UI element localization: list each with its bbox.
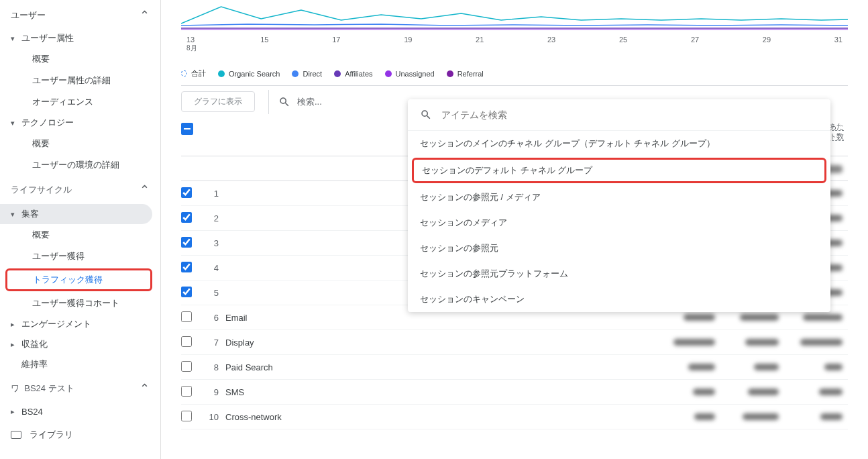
table-row: 7Display xyxy=(181,330,848,355)
cell-value xyxy=(784,338,848,347)
row-index: 1 xyxy=(208,189,225,199)
cell-value xyxy=(657,338,720,347)
row-checkbox[interactable] xyxy=(181,287,192,297)
table-row: 10Cross-network xyxy=(181,405,848,429)
x-tick: 27 xyxy=(691,36,699,53)
x-tick: 17 xyxy=(332,36,340,53)
sidebar-group-technology[interactable]: ▾テクノロジー xyxy=(0,113,160,133)
cell-value xyxy=(784,362,848,372)
row-index: 4 xyxy=(208,263,225,273)
x-tick: 21 xyxy=(476,36,484,53)
chart-legend: 合計Organic SearchDirectAffiliatesUnassign… xyxy=(161,62,868,85)
row-label[interactable]: SMS xyxy=(225,387,657,397)
sidebar-item-acq-overview[interactable]: 概要 xyxy=(0,224,152,246)
sidebar-group-user-attributes[interactable]: ▾ユーザー属性 xyxy=(0,28,160,48)
sidebar-item-tech-overview[interactable]: 概要 xyxy=(0,133,152,154)
main-content: 138月151719212325272931 合計Organic SearchD… xyxy=(161,0,868,459)
sidebar-item-user-cohort[interactable]: ユーザー獲得コホート xyxy=(0,293,152,314)
caret-down-icon: ▾ xyxy=(11,210,21,219)
line-chart: 138月151719212325272931 xyxy=(161,0,868,62)
dropdown-item[interactable]: セッションの参照元プラットフォーム xyxy=(408,261,830,287)
caret-right-icon: ▸ xyxy=(11,320,21,329)
dropdown-item[interactable]: セッションのメディア xyxy=(408,210,830,236)
caret-right-icon: ▸ xyxy=(11,407,21,416)
row-checkbox[interactable] xyxy=(181,212,192,223)
row-checkbox[interactable] xyxy=(181,311,192,322)
chevron-up-icon: ⌃ xyxy=(140,8,150,23)
chart-x-axis: 138月151719212325272931 xyxy=(181,36,848,53)
legend-item[interactable]: Organic Search xyxy=(218,70,280,78)
x-tick: 138月 xyxy=(186,36,197,53)
row-checkbox[interactable] xyxy=(181,386,192,397)
dropdown-search[interactable] xyxy=(408,99,830,131)
row-index: 7 xyxy=(208,338,225,348)
cell-value xyxy=(720,387,784,397)
sidebar-item-tech-detail[interactable]: ユーザーの環境の詳細 xyxy=(0,154,152,176)
dimension-dropdown: セッションのメインのチャネル グループ（デフォルト チャネル グループ）セッショ… xyxy=(408,99,830,312)
caret-right-icon: ▸ xyxy=(11,340,21,349)
sidebar-item-user-acquisition[interactable]: ユーザー獲得 xyxy=(0,246,152,267)
row-index: 6 xyxy=(208,313,225,323)
row-index: 3 xyxy=(208,238,225,248)
sidebar-group-monetization[interactable]: ▸収益化 xyxy=(0,334,160,354)
sidebar-group-acquisition[interactable]: ▾集客 xyxy=(0,204,152,224)
row-index: 9 xyxy=(208,387,225,397)
dropdown-item[interactable]: セッションのデフォルト チャネル グループ xyxy=(412,158,826,183)
plot-button[interactable]: グラフに表示 xyxy=(181,91,255,112)
row-index: 8 xyxy=(208,362,225,372)
row-label[interactable]: Display xyxy=(225,338,657,348)
chevron-up-icon: ⌃ xyxy=(140,381,150,396)
row-checkbox[interactable] xyxy=(181,237,192,248)
sidebar-item-overview[interactable]: 概要 xyxy=(0,48,152,70)
row-checkbox[interactable] xyxy=(181,361,192,372)
sidebar-item-audience[interactable]: オーディエンス xyxy=(0,91,152,113)
sidebar-section-lifecycle[interactable]: ライフサイクル⌃ xyxy=(0,176,160,204)
sidebar-section-user[interactable]: ユーザー⌃ xyxy=(0,3,160,28)
search-icon xyxy=(420,109,432,121)
sidebar-item-user-attr-detail[interactable]: ユーザー属性の詳細 xyxy=(0,70,152,91)
dropdown-item[interactable]: セッションのメインのチャネル グループ（デフォルト チャネル グループ） xyxy=(408,131,830,156)
cell-value xyxy=(784,412,848,421)
sidebar-group-engagement[interactable]: ▸エンゲージメント xyxy=(0,314,160,334)
dropdown-item[interactable]: セッションの参照元 xyxy=(408,236,830,261)
x-tick: 19 xyxy=(404,36,412,53)
sidebar-library[interactable]: ライブラリ xyxy=(0,421,160,449)
dropdown-search-input[interactable] xyxy=(441,109,818,120)
library-icon xyxy=(11,431,21,439)
legend-item[interactable]: Affiliates xyxy=(334,70,372,78)
legend-item[interactable]: Unassigned xyxy=(385,70,435,78)
checkbox-indeterminate[interactable] xyxy=(181,123,193,135)
dropdown-item[interactable]: セッションのキャンペーン xyxy=(408,287,830,312)
cell-value xyxy=(784,313,848,322)
sidebar-section-workspace[interactable]: ワ BS24 テスト⌃ xyxy=(0,374,160,403)
row-checkbox[interactable] xyxy=(181,336,192,347)
row-label[interactable]: Paid Search xyxy=(225,362,657,372)
legend-item[interactable]: 合計 xyxy=(181,68,206,79)
caret-down-icon: ▾ xyxy=(11,34,21,43)
legend-item[interactable]: Direct xyxy=(292,70,322,78)
sidebar-group-bs24[interactable]: ▸BS24 xyxy=(0,403,160,421)
row-index: 5 xyxy=(208,288,225,298)
row-checkbox[interactable] xyxy=(181,411,192,421)
sidebar-item-traffic-acquisition[interactable]: トラフィック獲得 xyxy=(5,268,152,291)
cell-value xyxy=(657,313,720,322)
row-index: 10 xyxy=(208,412,225,422)
table-search[interactable]: 検索... xyxy=(269,96,331,108)
legend-item[interactable]: Referral xyxy=(447,70,484,78)
sidebar-item-retention[interactable]: 維持率 xyxy=(0,354,160,374)
cell-value xyxy=(657,362,720,372)
caret-down-icon: ▾ xyxy=(11,119,21,128)
sidebar: ユーザー⌃ ▾ユーザー属性 概要 ユーザー属性の詳細 オーディエンス ▾テクノロ… xyxy=(0,0,161,459)
x-tick: 23 xyxy=(547,36,555,53)
row-checkbox[interactable] xyxy=(181,187,192,198)
dropdown-item[interactable]: セッションの参照元 / メディア xyxy=(408,185,830,210)
row-label[interactable]: Email xyxy=(225,313,657,323)
row-label[interactable]: Cross-network xyxy=(225,412,657,422)
cell-value xyxy=(720,313,784,322)
cell-value xyxy=(657,412,720,421)
cell-value xyxy=(720,362,784,372)
x-tick: 15 xyxy=(260,36,268,53)
row-index: 2 xyxy=(208,213,225,223)
row-checkbox[interactable] xyxy=(181,262,192,272)
search-icon xyxy=(278,96,290,108)
